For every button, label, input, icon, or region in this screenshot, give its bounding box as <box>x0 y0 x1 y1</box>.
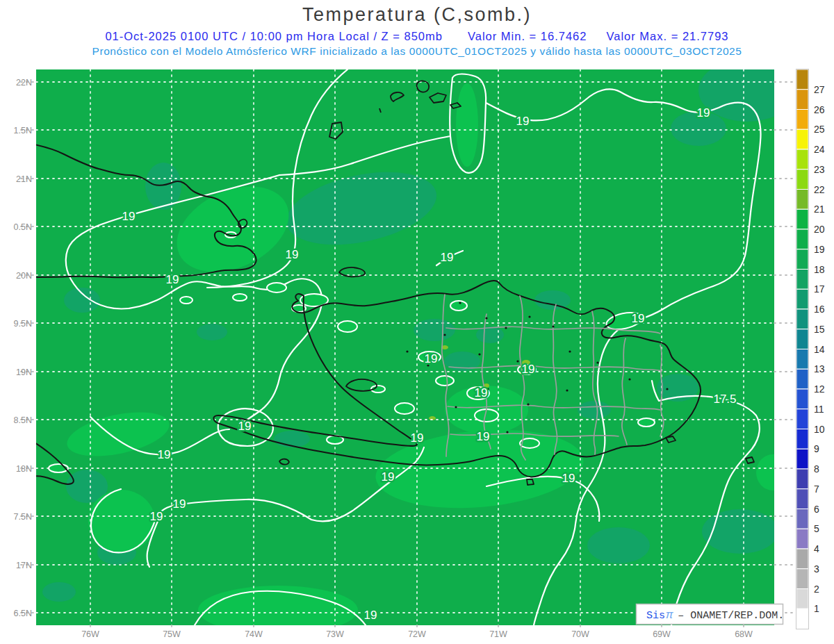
lat-axis-label: 18N <box>16 464 32 474</box>
contour-label: 19 <box>238 420 252 433</box>
weather-map-svg: 1919191919191919191919191919191919191917… <box>0 0 834 644</box>
colorbar-segment <box>796 329 808 349</box>
lon-axis-label: 68W <box>735 629 753 639</box>
header: Temperatura (C,somb.) 01-Oct-2025 0100 U… <box>0 0 834 58</box>
colorbar-tick-label: 3 <box>814 563 819 575</box>
colorbar-segment <box>796 229 808 249</box>
contour-label: 19 <box>697 106 710 119</box>
contour-label: 19 <box>166 273 179 286</box>
contour-label: 19 <box>122 210 136 223</box>
colorbar-tick-label: 25 <box>814 124 825 135</box>
contour-label: 19 <box>522 363 535 376</box>
colorbar-segment <box>796 569 808 589</box>
colorbar-segment <box>796 509 808 529</box>
watermark-text: Sisπ– ONAMET/REP.DOM. <box>646 609 784 622</box>
colorbar-segment <box>796 349 808 370</box>
colorbar-tick-label: 5 <box>814 523 819 534</box>
colorbar-segment <box>796 249 808 270</box>
colorbar-segment <box>796 589 808 609</box>
lon-axis-label: 69W <box>653 629 671 639</box>
colorbar-segment <box>796 389 808 409</box>
map-area: 1919191919191919191919191919191919191917… <box>26 59 796 634</box>
lat-axis-label: 20N <box>16 271 32 281</box>
contour-label: 19 <box>286 248 299 261</box>
lat-axis-label: 0.5N <box>14 222 32 232</box>
contour-label: 19 <box>173 497 186 511</box>
colorbar-tick-label: 9 <box>814 443 819 454</box>
colorbar-tick-label: 4 <box>814 543 819 554</box>
colorbar-segment <box>796 529 808 549</box>
colorbar-segment <box>796 170 808 190</box>
contour-label: 19 <box>516 115 530 128</box>
lat-axis-label: 9.5N <box>14 319 32 329</box>
contour-label: 19 <box>477 430 490 443</box>
subtitle-datetime: 01-Oct-2025 0100 UTC / 10:00 pm Hora Loc… <box>0 30 834 43</box>
colorbar-tick-label: 16 <box>814 304 825 315</box>
lon-axis-label: 70W <box>571 629 589 639</box>
contour-label: 17.5 <box>713 393 736 406</box>
lat-axis-label: 22N <box>16 78 32 88</box>
colorbar-tick-label: 8 <box>814 463 819 474</box>
colorbar-segment <box>796 110 808 130</box>
colorbar-segment <box>796 69 808 90</box>
colorbar-segment <box>796 149 808 170</box>
contour-label: 19 <box>364 609 377 622</box>
field-base <box>36 69 774 625</box>
colorbar-segment <box>796 90 808 110</box>
colorbar-segment <box>796 469 808 489</box>
colorbar-segment <box>796 289 808 309</box>
valor-max-label: Valor Max. = 21.7793 <box>606 30 728 42</box>
colorbar-segment <box>796 609 808 629</box>
colorbar-segment <box>796 549 808 569</box>
contour-label: 19 <box>158 448 171 461</box>
contour-label: 19 <box>632 312 645 325</box>
colorbar-tick-label: 19 <box>814 244 825 255</box>
contour-label: 19 <box>475 386 488 399</box>
lat-axis-label: 21N <box>16 174 32 184</box>
colorbar-segment <box>796 369 808 389</box>
contour-label: 19 <box>411 431 424 445</box>
temperature-field <box>36 59 796 634</box>
lon-axis-label: 74W <box>245 629 263 639</box>
colorbar-segment <box>796 129 808 149</box>
colorbar-segment <box>796 190 808 210</box>
colorbar-tick-label: 26 <box>814 104 825 115</box>
colorbar-tick-label: 13 <box>814 363 825 374</box>
valor-min-label: Valor Min. = 16.7462 <box>468 30 587 42</box>
lon-axis-label: 72W <box>408 629 426 639</box>
colorbar-tick-label: 6 <box>814 504 819 515</box>
lon-axis-label: 73W <box>326 629 344 639</box>
colorbar-tick-label: 21 <box>814 204 825 215</box>
watermark-onamet: – ONAMET/REP.DOM. <box>678 610 784 622</box>
watermark: Sisπ– ONAMET/REP.DOM. <box>637 604 785 625</box>
contour-label: 19 <box>425 352 438 365</box>
subtitle-datetime-text: 01-Oct-2025 0100 UTC / 10:00 pm Hora Loc… <box>105 30 443 42</box>
colorbar-tick-label: 20 <box>814 224 825 235</box>
watermark-pi-icon: π <box>666 609 673 622</box>
colorbar-segment <box>796 489 808 509</box>
colorbar-tick-label: 12 <box>814 383 825 395</box>
colorbar-segment <box>796 409 808 429</box>
lon-axis-label: 76W <box>81 629 99 639</box>
colorbar-tick-label: 17 <box>814 283 825 295</box>
colorbar-segment <box>796 270 808 290</box>
lon-axis-label: 71W <box>489 629 507 639</box>
colorbar-tick-label: 23 <box>814 164 825 175</box>
contour-label: 19 <box>382 470 395 484</box>
lat-axis-label: 6.5N <box>14 609 32 618</box>
subtitle-model: Pronóstico con el Modelo Atmósferico WRF… <box>0 45 834 58</box>
lat-axis-label: 7.5N <box>14 512 32 522</box>
colorbar-segment <box>796 209 808 229</box>
colorbar-segment <box>796 449 808 469</box>
colorbar-segment <box>796 309 808 329</box>
watermark-sis: Sis <box>646 610 665 622</box>
contour-label: 19 <box>150 510 163 523</box>
lat-axis-label: 19N <box>16 368 32 377</box>
lon-axis-label: 75W <box>163 629 181 639</box>
colorbar-tick-label: 1 <box>814 603 819 614</box>
contour-label: 19 <box>562 472 575 485</box>
colorbar-tick-label: 15 <box>814 324 825 335</box>
colorbar-tick-label: 10 <box>814 424 825 435</box>
colorbar-tick-label: 22 <box>814 184 825 195</box>
colorbar-tick-label: 7 <box>814 484 819 495</box>
